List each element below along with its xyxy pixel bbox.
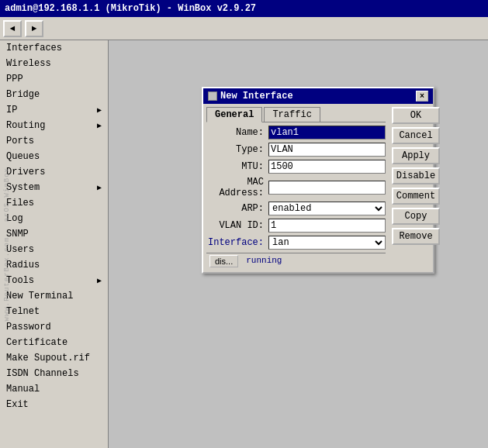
sidebar-item-files[interactable]: Files	[0, 195, 108, 211]
submenu-arrow: ▶	[97, 276, 102, 285]
sidebar-label: Password	[6, 322, 51, 333]
sidebar-item-ppp[interactable]: PPP	[0, 71, 108, 87]
interface-label: Interface:	[206, 237, 268, 248]
interface-select[interactable]: lan ether1 ether2	[268, 236, 386, 250]
dialog-title: New Interface	[220, 91, 293, 102]
sidebar-item-queues[interactable]: Queues	[0, 149, 108, 164]
sidebar-label: Log	[6, 213, 23, 224]
sidebar-item-new-terminal[interactable]: New Terminal	[0, 288, 108, 304]
arp-row: ARP: enabled disabled proxy-arp reply-on…	[206, 202, 386, 215]
vlanid-row: VLAN ID:	[206, 219, 386, 233]
sidebar-item-tools[interactable]: Tools ▶	[0, 273, 108, 288]
sidebar-item-users[interactable]: Users	[0, 242, 108, 257]
type-input[interactable]	[268, 143, 386, 157]
toolbar: ◄ ►	[0, 17, 488, 40]
sidebar-item-ip[interactable]: IP ▶	[0, 102, 108, 118]
sidebar-item-interfaces[interactable]: Interfaces	[0, 40, 108, 56]
sidebar-item-certificate[interactable]: Certificate	[0, 335, 108, 350]
dialog-tabs: General Traffic	[206, 107, 386, 122]
main-layout: www.RouterBox.com arOS WinBox Interfaces…	[0, 40, 488, 448]
comment-button[interactable]: Comment	[392, 188, 440, 205]
sidebar-item-telnet[interactable]: Telnet	[0, 304, 108, 319]
forward-button[interactable]: ►	[25, 20, 43, 37]
sidebar-item-radius[interactable]: Radius	[0, 257, 108, 273]
sidebar-item-bridge[interactable]: Bridge	[0, 87, 108, 102]
sidebar-label: Routing	[6, 120, 45, 131]
dialog-titlebar: New Interface ×	[203, 88, 433, 104]
sidebar-label: Ports	[6, 136, 34, 146]
submenu-arrow: ▶	[97, 121, 102, 130]
copy-button[interactable]: Copy	[392, 208, 440, 225]
name-row: Name:	[206, 126, 386, 140]
vlanid-input[interactable]	[268, 219, 386, 233]
sidebar-label: Queues	[6, 151, 40, 162]
sidebar-label: Tools	[6, 275, 34, 286]
sidebar-item-log[interactable]: Log	[0, 211, 108, 226]
sidebar-label: Exit	[6, 399, 29, 410]
sidebar-item-routing[interactable]: Routing ▶	[0, 118, 108, 133]
type-row: Type:	[206, 143, 386, 157]
apply-button[interactable]: Apply	[392, 147, 440, 164]
new-interface-dialog: New Interface × General Traffic	[202, 87, 434, 274]
dialog-buttons: OK Cancel Apply Disable Comment Copy Rem…	[389, 104, 443, 272]
sidebar-item-password[interactable]: Password	[0, 319, 108, 335]
forward-icon: ►	[32, 24, 37, 33]
sidebar-label: New Terminal	[6, 291, 73, 302]
ok-button[interactable]: OK	[392, 107, 440, 124]
back-button[interactable]: ◄	[3, 20, 22, 37]
sidebar-label: Users	[6, 244, 34, 255]
sidebar-label: IP	[6, 105, 17, 115]
close-button[interactable]: ×	[416, 91, 428, 102]
dis-button[interactable]: dis...	[209, 255, 238, 267]
sidebar-item-make-supout[interactable]: Make Supout.rif	[0, 350, 108, 366]
tab-traffic-label: Traffic	[272, 109, 311, 120]
sidebar-item-system[interactable]: System ▶	[0, 180, 108, 195]
arp-label: ARP:	[206, 203, 268, 214]
dialog-content: General Traffic Name: Type:	[203, 104, 433, 272]
dialog-icon	[208, 91, 217, 101]
mac-input[interactable]	[268, 181, 386, 195]
running-status: running	[241, 255, 286, 267]
remove-button[interactable]: Remove	[392, 228, 440, 245]
disable-button[interactable]: Disable	[392, 167, 440, 184]
sidebar-item-exit[interactable]: Exit	[0, 397, 108, 412]
sidebar-item-snmp[interactable]: SNMP	[0, 226, 108, 242]
sidebar-label: Files	[6, 198, 34, 208]
sidebar-label: Radius	[6, 260, 40, 271]
mac-label: MAC Address:	[206, 177, 268, 198]
sidebar-item-wireless[interactable]: Wireless	[0, 56, 108, 71]
type-label: Type:	[206, 144, 268, 155]
cancel-button[interactable]: Cancel	[392, 127, 440, 144]
title-bar: admin@192.168.1.1 (MikroTik) - WinBox v2…	[0, 0, 488, 17]
mac-row: MAC Address:	[206, 177, 386, 198]
dialog-form-area: General Traffic Name: Type:	[203, 104, 389, 272]
mtu-label: MTU:	[206, 161, 268, 172]
sidebar-item-drivers[interactable]: Drivers	[0, 164, 108, 180]
sidebar-label: Make Supout.rif	[6, 353, 90, 364]
sidebar-item-manual[interactable]: Manual	[0, 381, 108, 397]
back-icon: ◄	[10, 24, 16, 33]
title-text: admin@192.168.1.1 (MikroTik) - WinBox v2…	[5, 3, 256, 14]
tab-general-label: General	[215, 109, 254, 120]
interface-row: Interface: lan ether1 ether2	[206, 236, 386, 250]
content-area: New Interface × General Traffic	[109, 40, 488, 448]
sidebar-label: Manual	[6, 384, 40, 395]
tab-general[interactable]: General	[206, 107, 262, 122]
mtu-row: MTU:	[206, 160, 386, 174]
sidebar-label: PPP	[6, 74, 23, 84]
dialog-statusbar: dis... running	[206, 253, 386, 269]
submenu-arrow: ▶	[97, 105, 102, 115]
mtu-input[interactable]	[268, 160, 386, 174]
sidebar: Interfaces Wireless PPP Bridge IP ▶ Rout…	[0, 40, 109, 448]
name-input[interactable]	[268, 126, 386, 140]
name-label: Name:	[206, 127, 268, 138]
sidebar-label: Certificate	[6, 337, 67, 348]
arp-select[interactable]: enabled disabled proxy-arp reply-only	[268, 202, 386, 215]
tab-traffic[interactable]: Traffic	[264, 107, 320, 122]
sidebar-label: Bridge	[6, 89, 40, 100]
sidebar-item-ports[interactable]: Ports	[0, 133, 108, 149]
sidebar-label: Wireless	[6, 58, 51, 69]
sidebar-label: Drivers	[6, 167, 45, 177]
submenu-arrow: ▶	[97, 183, 102, 192]
sidebar-item-isdn[interactable]: ISDN Channels	[0, 366, 108, 381]
